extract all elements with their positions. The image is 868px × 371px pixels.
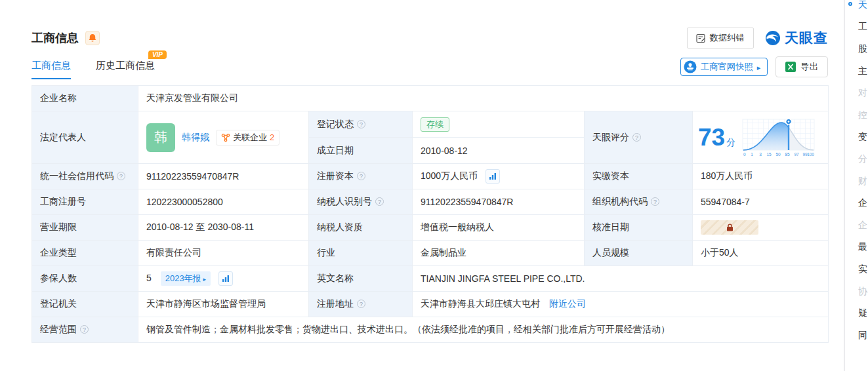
paid-capital-value: 180万人民币: [693, 164, 829, 189]
business-info-table: 企业名称 天津京发管业有限公司 法定代表人 韩 韩得娥: [31, 85, 829, 343]
sidebar-item[interactable]: 天: [845, 0, 868, 16]
sidebar-item[interactable]: 变: [845, 127, 868, 149]
reg-capital-value: 1000万人民币: [421, 170, 478, 181]
score-distribution-chart: 0 1 3 15 50 85 97 99 100: [742, 117, 819, 158]
data-correction-button[interactable]: 数据纠错: [687, 28, 754, 49]
arrow-right-icon: [757, 62, 761, 72]
org-code-label: 组织机构代码: [592, 196, 648, 206]
sidebar-item[interactable]: 股: [845, 38, 868, 60]
business-scope-label-cell: 经营范围: [32, 317, 138, 343]
establish-date-label: 成立日期: [309, 138, 413, 164]
help-icon[interactable]: [357, 172, 365, 180]
sidebar-item[interactable]: 实: [845, 258, 868, 281]
tab-actions: 工商官网快照 导出: [680, 56, 828, 79]
reg-capital-label-cell: 注册资本: [309, 164, 413, 189]
annual-report-tag[interactable]: 2023年报: [161, 271, 211, 286]
table-row: 参保人数 5 2023年报 英文名称 TIANJIN JINGFA STEEL …: [32, 266, 829, 292]
table-row: 经营范围 钢管及管件制造；金属材料批发零售；货物进出口、技术进出口。（依法须经批…: [32, 317, 829, 343]
related-companies-badge[interactable]: 关联企业 2: [216, 130, 279, 146]
page-title: 工商信息: [31, 30, 79, 46]
annual-report-label: 2023年报: [165, 273, 201, 284]
approval-date-value-cell: [693, 215, 829, 241]
bell-icon: [89, 33, 96, 43]
sidebar-item[interactable]: 疑: [845, 302, 868, 324]
reg-address-label-cell: 注册地址: [309, 292, 413, 317]
sidebar-item-label: 实: [858, 264, 867, 275]
svg-text:50: 50: [776, 152, 781, 157]
business-term-label: 营业期限: [32, 215, 138, 241]
paid-capital-label: 实缴资本: [585, 164, 693, 189]
establish-date-value: 2010-08-12: [413, 138, 585, 164]
legal-rep-label: 法定代表人: [32, 111, 138, 164]
sidebar-item-label: 财: [858, 176, 867, 187]
legal-rep-avatar[interactable]: 韩: [146, 123, 175, 152]
tab-history-business-info[interactable]: 历史工商信息 VIP: [96, 60, 155, 79]
export-button[interactable]: 导出: [775, 56, 828, 77]
tab-business-info[interactable]: 工商信息: [31, 60, 71, 79]
business-scope-label: 经营范围: [40, 324, 77, 334]
sidebar-item[interactable]: 协: [845, 281, 868, 303]
locked-value[interactable]: [701, 220, 758, 235]
help-icon[interactable]: [632, 133, 641, 142]
taxpayer-quality-value: 增值税一般纳税人: [413, 215, 585, 241]
sidebar-item[interactable]: 企: [845, 214, 868, 237]
org-network-icon: [221, 133, 230, 142]
help-icon[interactable]: [357, 120, 365, 128]
help-icon[interactable]: [80, 325, 89, 334]
arrow-right-icon: [201, 273, 207, 283]
table-row: 企业类型 有限责任公司 行业 金属制品业 人员规模 小于50人: [32, 241, 829, 266]
insured-trend-button[interactable]: [218, 271, 233, 286]
reg-authority-label: 登记机关: [32, 292, 138, 317]
credit-code-value: 91120223559470847R: [138, 164, 309, 189]
tab-history-label: 历史工商信息: [96, 60, 155, 71]
sidebar-item[interactable]: 财: [845, 170, 868, 193]
sidebar-item[interactable]: 主: [845, 60, 868, 83]
legal-rep-cell: 韩 韩得娥 关联企业: [138, 111, 309, 164]
sidebar-item[interactable]: 对: [845, 82, 868, 104]
sidebar-item-label: 股: [858, 43, 867, 55]
approval-date-label: 核准日期: [585, 215, 693, 241]
reg-number-value: 120223000052800: [138, 189, 309, 215]
related-label: 关联企业: [233, 132, 267, 144]
help-icon[interactable]: [357, 300, 365, 308]
subscribe-bell-button[interactable]: [85, 31, 100, 45]
sidebar-item-label: 最: [858, 241, 867, 253]
insured-count-value: 5: [146, 273, 152, 283]
insured-count-label: 参保人数: [32, 266, 138, 292]
help-icon[interactable]: [117, 172, 125, 180]
sidebar-item[interactable]: 企: [845, 192, 868, 214]
english-name-label: 英文名称: [309, 266, 413, 292]
table-row: 法定代表人 韩 韩得娥: [32, 111, 829, 138]
status-badge: 存续: [421, 117, 449, 132]
capital-trend-button[interactable]: [486, 169, 500, 184]
tab-business-label: 工商信息: [31, 60, 71, 71]
credit-code-label-cell: 统一社会信用代码: [32, 164, 138, 189]
logo-text: 天眼查: [785, 29, 828, 47]
taxpayer-id-value: 91120223559470847R: [413, 189, 585, 215]
score-value-wrap: 73分: [698, 125, 735, 149]
help-icon[interactable]: [375, 197, 384, 206]
sidebar-item[interactable]: 最: [845, 237, 868, 259]
sidebar-item[interactable]: 同: [845, 324, 868, 347]
company-type-value: 有限责任公司: [138, 241, 309, 266]
sidebar-item[interactable]: 分: [845, 148, 868, 170]
sidebar-item[interactable]: 工: [845, 16, 868, 39]
score-axis-ticks: 0 1 3 15 50 85 97 99 100: [743, 152, 814, 157]
sidebar-item-label: 企: [858, 220, 867, 231]
table-row: 营业期限 2010-08-12 至 2030-08-11 纳税人资质 增值税一般…: [32, 215, 829, 241]
svg-text:97: 97: [795, 152, 800, 157]
page: 工商信息 数据纠错: [0, 0, 868, 371]
reg-status-label: 登记状态: [317, 119, 354, 129]
business-scope-value: 钢管及管件制造；金属材料批发零售；货物进出口、技术进出口。（依法须经批准的项目，…: [138, 317, 829, 343]
reg-address-value-cell: 天津市静海县大邱庄镇大屯村 附近公司: [413, 292, 829, 317]
nearby-companies-link[interactable]: 附近公司: [549, 298, 586, 309]
tianyancha-logo[interactable]: 天眼查: [764, 29, 828, 47]
official-snapshot-button[interactable]: 工商官网快照: [680, 58, 768, 76]
svg-text:3: 3: [759, 152, 762, 157]
score-unit: 分: [726, 137, 735, 147]
help-icon[interactable]: [651, 197, 659, 206]
sidebar-item[interactable]: 控: [845, 104, 868, 127]
stamp-icon: [684, 60, 697, 73]
header-right: 数据纠错 天眼查: [687, 28, 828, 49]
legal-rep-name-link[interactable]: 韩得娥: [182, 132, 209, 144]
